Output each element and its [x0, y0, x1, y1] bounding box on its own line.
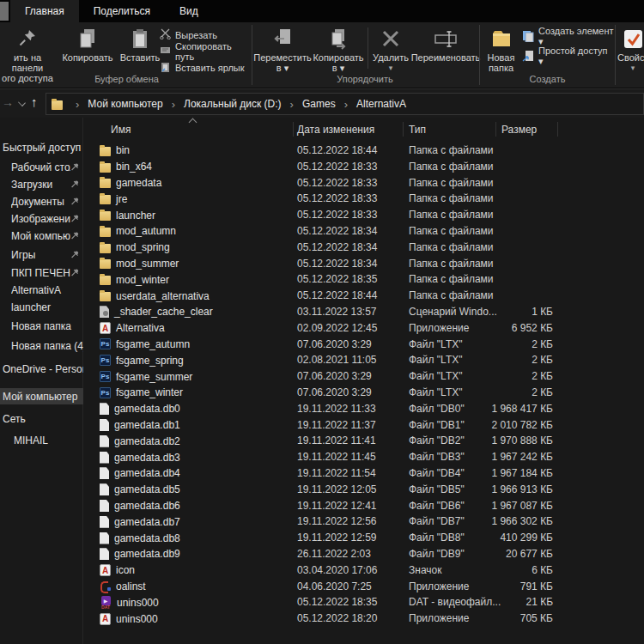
sidebar-item[interactable]: MIHAIL: [0, 432, 83, 448]
file-row[interactable]: gamedata.db3 19.11.2022 11:45 Файл "DB3"…: [84, 449, 644, 465]
copy-path-button[interactable]: Скопировать путь: [160, 43, 251, 59]
sidebar-item[interactable]: Документы: [0, 193, 83, 210]
breadcrumb-chevron[interactable]: ›: [337, 98, 355, 111]
file-row[interactable]: gamedata.db1 19.11.2022 11:37 Файл "DB1"…: [84, 417, 644, 434]
file-row[interactable]: bin 05.12.2022 18:44 Папка с файлами: [84, 143, 644, 159]
file-type: Файл "LTX": [409, 368, 462, 385]
breadcrumb-chevron[interactable]: ›: [165, 98, 182, 111]
sidebar-item[interactable]: Рабочий стол: [0, 159, 83, 175]
file-row[interactable]: _shader_cache_clear 03.11.2022 13:57 Сце…: [84, 304, 644, 320]
tab-share[interactable]: Поделиться: [79, 0, 165, 22]
file-row[interactable]: userdata_alternativa 05.12.2022 18:44 Па…: [84, 288, 644, 304]
sidebar-item[interactable]: Игры: [0, 246, 83, 263]
file-row[interactable]: jre 05.12.2022 18:33 Папка с файлами: [84, 191, 644, 207]
file-row[interactable]: Ps fsgame_winter 07.06.2020 3:29 Файл "L…: [84, 385, 644, 401]
breadcrumb-item[interactable]: Локальный диск (D:): [182, 98, 283, 110]
sidebar-item[interactable]: launcher: [0, 299, 83, 315]
sidebar-item[interactable]: Новая папка: [0, 318, 83, 334]
file-date: 07.06.2020 3:29: [297, 385, 372, 401]
sidebar-item[interactable]: Сеть: [0, 410, 83, 427]
file-row[interactable]: gamedata.db7 19.11.2022 12:56 Файл "DB7"…: [84, 513, 644, 530]
ribbon-separator: [615, 25, 616, 85]
file-type: Папка с файлами: [409, 159, 494, 175]
easy-access-button[interactable]: Простой доступ ▾: [522, 48, 615, 64]
file-date: 19.11.2022 11:45: [297, 449, 376, 465]
file-row[interactable]: Ps fsgame_spring 02.08.2021 11:05 Файл "…: [84, 352, 644, 368]
file-row[interactable]: ▶DAT unins000 05.12.2022 18:35 DAT - вид…: [84, 594, 644, 611]
column-divider[interactable]: [557, 122, 558, 137]
file-type: Папка с файлами: [409, 271, 494, 288]
column-divider[interactable]: [293, 122, 294, 137]
new-item-button[interactable]: Создать элемент ▾: [522, 28, 615, 45]
file-row[interactable]: Ps fsgame_summer 07.06.2020 3:29 Файл "L…: [84, 368, 644, 385]
sort-ascending-icon[interactable]: [189, 118, 197, 127]
forward-button[interactable]: →: [2, 95, 14, 109]
column-header-name[interactable]: Имя: [111, 124, 131, 136]
file-row[interactable]: A Alternativa 02.09.2022 12:45 Приложени…: [84, 320, 644, 337]
file-type: Файл "DB7": [409, 513, 465, 530]
file-row[interactable]: gamedata.db0 19.11.2022 11:33 Файл "DB0"…: [84, 401, 644, 417]
file-row[interactable]: mod_winter 05.12.2022 18:35 Папка с файл…: [84, 271, 644, 288]
up-button[interactable]: ↑: [31, 94, 38, 109]
sidebar-item[interactable]: Загрузки: [0, 176, 83, 192]
history-dropdown-icon[interactable]: [18, 99, 26, 106]
cut-button-label: Вырезать: [175, 30, 217, 40]
column-header-date[interactable]: Дата изменения: [297, 124, 374, 136]
sidebar-item-label: Мой компьютер: [3, 391, 83, 403]
properties-button[interactable]: Свойства ▾: [617, 25, 644, 87]
file-row[interactable]: oalinst 04.06.2020 7:25 Приложение 791 К…: [84, 579, 644, 595]
doc-icon: [100, 419, 109, 431]
file-size: 791 КБ: [481, 579, 553, 595]
openal-icon: [100, 580, 111, 592]
sidebar-item[interactable]: Быстрый доступ: [0, 139, 83, 155]
file-name: gamedata.db3: [114, 452, 180, 464]
file-row[interactable]: gamedata.db2 19.11.2022 11:41 Файл "DB2"…: [84, 433, 644, 449]
file-row[interactable]: Ps fsgame_autumn 07.06.2020 3:29 Файл "L…: [84, 337, 644, 353]
breadcrumb-item[interactable]: Мой компьютер: [86, 98, 164, 110]
file-row[interactable]: gamedata.db9 26.11.2022 2:03 Файл "DB9" …: [84, 546, 644, 562]
file-row[interactable]: mod_spring 05.12.2022 18:34 Папка с файл…: [84, 240, 644, 256]
file-row[interactable]: gamedata.db5 19.11.2022 12:05 Файл "DB5"…: [84, 482, 644, 498]
sidebar-item[interactable]: ПКП ПЕЧЕНЕГ: [0, 264, 83, 281]
file-row[interactable]: gamedata 05.12.2022 18:33 Папка с файлам…: [84, 175, 644, 191]
file-row[interactable]: mod_summer 05.12.2022 18:34 Папка с файл…: [84, 256, 644, 272]
breadcrumb-chevron[interactable]: ›: [283, 98, 301, 111]
reda-icon: A: [100, 564, 111, 576]
file-row[interactable]: gamedata.db8 19.11.2022 12:59 Файл "DB8"…: [84, 530, 644, 546]
file-menu-fragment[interactable]: [0, 2, 9, 21]
file-date: 05.12.2022 18:35: [297, 594, 377, 611]
breadcrumb-item[interactable]: Games: [301, 98, 337, 110]
file-size: 1 967 242 КБ: [481, 449, 553, 465]
file-row[interactable]: gamedata.db4 19.11.2022 11:54 Файл "DB4"…: [84, 465, 644, 482]
sidebar-item[interactable]: AlternativA: [0, 282, 83, 298]
breadcrumb-item[interactable]: AlternativA: [355, 98, 408, 110]
file-row[interactable]: bin_x64 05.12.2022 18:33 Папка с файлами: [84, 159, 644, 175]
file-row[interactable]: mod_autumn 05.12.2022 18:34 Папка с файл…: [84, 223, 644, 240]
file-row[interactable]: A icon 03.04.2020 17:06 Значок 6 КБ: [84, 562, 644, 579]
tab-home[interactable]: Главная: [10, 0, 79, 22]
sidebar-item[interactable]: Изображения: [0, 210, 83, 227]
column-header-size[interactable]: Размер: [501, 124, 537, 136]
column-divider[interactable]: [495, 122, 496, 137]
file-row[interactable]: launcher 05.12.2022 18:33 Папка с файлам…: [84, 207, 644, 223]
clipboard-small-buttons: Вырезать Скопировать путь Вставить ярлык: [160, 27, 251, 76]
column-header-type[interactable]: Тип: [409, 124, 426, 136]
breadcrumb[interactable]: › Мой компьютер › Локальный диск (D:) › …: [46, 93, 644, 115]
new-folder-label-1: Новая: [488, 52, 515, 63]
file-size: 1 967 087 КБ: [481, 498, 553, 514]
sidebar-item[interactable]: Мой компьютер: [0, 388, 83, 404]
sidebar-item[interactable]: Новая папка (4): [0, 337, 83, 354]
doc-icon: [100, 500, 109, 512]
file-name-cell: gamedata.db3: [100, 449, 290, 465]
tab-view[interactable]: Вид: [165, 0, 213, 22]
pin-icon: [70, 214, 80, 223]
sidebar-item[interactable]: Мой компьютер: [0, 228, 83, 244]
column-divider[interactable]: [403, 122, 404, 137]
file-row[interactable]: A unins000 05.12.2022 18:20 Приложение 7…: [84, 611, 644, 627]
file-name: gamedata.db8: [114, 532, 180, 544]
pin-to-quick-access-button[interactable]: ить на панели ого доступа: [0, 25, 55, 87]
create-small-buttons: Создать элемент ▾ Простой доступ ▾: [522, 28, 615, 64]
sidebar-item[interactable]: OneDrive - Personal: [0, 361, 83, 377]
file-row[interactable]: gamedata.db6 19.11.2022 12:41 Файл "DB6"…: [84, 498, 644, 514]
file-type: Папка с файлами: [409, 240, 494, 256]
